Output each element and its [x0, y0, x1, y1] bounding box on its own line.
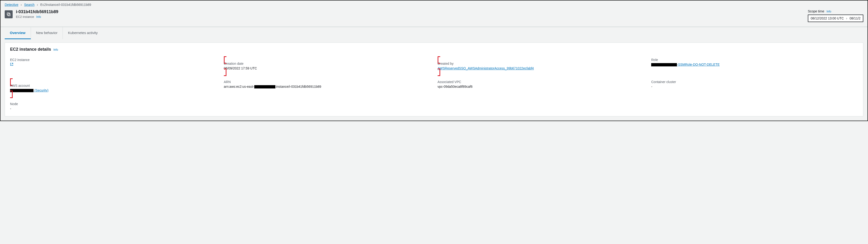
header-info-link[interactable]: Info	[36, 15, 41, 19]
page-header: i-031b41fdb56911b89 EC2 instance Info Sc…	[0, 7, 868, 27]
crumb-detective[interactable]: Detective	[5, 3, 18, 6]
chevron-right-icon: ›	[846, 17, 847, 20]
scope-info-link[interactable]: Info	[827, 10, 831, 13]
resource-type-label: EC2 instance	[16, 15, 34, 19]
crumb-search[interactable]: Search	[24, 3, 34, 6]
chevron-right-icon: ›	[21, 3, 22, 6]
creation-date-label: Creation date	[224, 62, 431, 65]
cluster-label: Container cluster	[651, 80, 858, 84]
vpc-value: vpc-09da50eca8f89caf6	[438, 85, 644, 88]
svg-rect-1	[8, 13, 10, 16]
role-link[interactable]: -SSMRole-DO-NOT-DELETE	[651, 63, 719, 66]
external-link-icon[interactable]	[10, 63, 13, 66]
ec2-instance-label: EC2 instance	[10, 58, 217, 62]
panel-info-link[interactable]: Info	[53, 48, 58, 51]
role-suffix: -SSMRole-DO-NOT-DELETE	[677, 63, 719, 66]
created-by-label: Created by	[438, 62, 644, 65]
role-label: Role	[651, 58, 858, 62]
field-ec2-instance: EC2 instance	[10, 58, 217, 74]
panel-title: EC2 instance details	[10, 47, 51, 52]
arn-value: arn:aws:ec2:us-east-:instance/i-031b41fd…	[224, 85, 431, 88]
ec2-details-panel: EC2 instance details Info EC2 instance C…	[5, 43, 863, 116]
field-container-cluster: Container cluster -	[651, 80, 858, 96]
aws-account-suffix: (Security)	[34, 88, 49, 92]
field-arn: ARN arn:aws:ec2:us-east-:instance/i-031b…	[224, 80, 431, 96]
aws-account-label: AWS account	[10, 84, 217, 87]
vpc-label: Associated VPC	[438, 80, 644, 84]
chevron-right-icon: ›	[37, 3, 38, 6]
field-node: Node -	[10, 102, 217, 110]
node-value: -	[10, 107, 217, 110]
page-title: i-031b41fdb56911b89	[16, 9, 58, 15]
field-associated-vpc: Associated VPC vpc-09da50eca8f89caf6	[438, 80, 644, 96]
crumb-current: Ec2Instance/i-031b41fdb56911b89	[40, 3, 91, 6]
redacted-text	[651, 63, 677, 66]
redacted-text	[254, 85, 275, 88]
arn-label: ARN	[224, 80, 431, 84]
redacted-text	[10, 89, 33, 92]
cluster-value: -	[651, 85, 858, 88]
scope-time-picker[interactable]: 08/12/2022 13:00 UTC › 08/11/2	[808, 15, 863, 22]
aws-account-link[interactable]: (Security)	[10, 88, 49, 92]
scope-from: 08/12/2022 13:00 UTC	[811, 17, 844, 20]
node-label: Node	[10, 102, 217, 106]
scope-to: 08/11/2	[849, 17, 861, 20]
created-by-link[interactable]: AWSReservedSSO_AWSAdministratorAccess_99…	[438, 66, 534, 70]
breadcrumb: Detective › Search › Ec2Instance/i-031b4…	[0, 0, 868, 7]
scope-time-label: Scope time	[808, 9, 824, 13]
field-creation-date: Creation date 06/09/2022 17:59 UTC	[224, 58, 431, 74]
field-role: Role -SSMRole-DO-NOT-DELETE	[651, 58, 858, 74]
field-created-by: Created by AWSReservedSSO_AWSAdministrat…	[438, 58, 644, 74]
creation-date-value: 06/09/2022 17:59 UTC	[224, 66, 431, 70]
svg-rect-0	[7, 13, 9, 15]
field-aws-account: AWS account (Security)	[10, 80, 217, 96]
tab-new-behavior[interactable]: New behavior	[31, 27, 63, 39]
ec2-instance-icon	[5, 10, 13, 18]
tab-bar: Overview New behavior Kubernetes activit…	[0, 27, 868, 39]
tab-kubernetes-activity[interactable]: Kubernetes activity	[63, 27, 103, 39]
tab-overview[interactable]: Overview	[5, 27, 31, 39]
